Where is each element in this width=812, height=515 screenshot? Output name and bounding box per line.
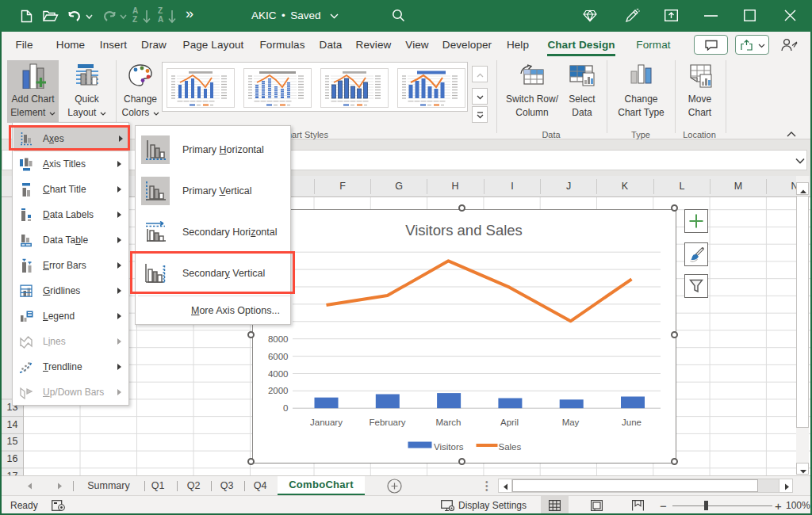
svg-text:March: March — [436, 418, 462, 427]
svg-text:Sales: Sales — [499, 442, 522, 452]
svg-text:February: February — [369, 418, 405, 427]
svg-text:4000: 4000 — [268, 369, 289, 379]
svg-text:January: January — [310, 418, 343, 427]
svg-text:0: 0 — [283, 403, 288, 413]
svg-text:June: June — [622, 418, 642, 427]
svg-text:8000: 8000 — [268, 334, 289, 344]
svg-text:Visitors and Sales: Visitors and Sales — [405, 222, 523, 238]
svg-text:6000: 6000 — [268, 352, 289, 361]
svg-text:2000: 2000 — [268, 386, 289, 395]
svg-text:April: April — [500, 418, 519, 427]
svg-text:Visitors: Visitors — [434, 442, 464, 452]
svg-text:May: May — [562, 418, 580, 427]
